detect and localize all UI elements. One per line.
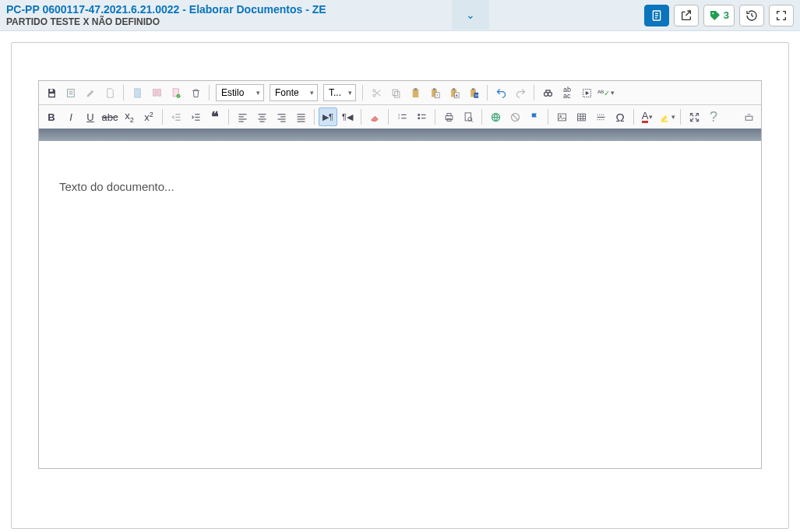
ltr-icon: ▶¶ [322, 112, 333, 122]
template-button[interactable] [128, 83, 146, 102]
numbered-list-button[interactable]: 12 [393, 107, 411, 126]
svg-point-33 [548, 92, 552, 96]
cut-button[interactable] [367, 83, 386, 102]
history-button[interactable] [739, 5, 764, 26]
style-combo[interactable]: Estilo [216, 84, 264, 101]
book-button[interactable] [147, 83, 166, 102]
fullscreen-icon [775, 9, 788, 22]
svg-rect-19 [414, 88, 417, 90]
trash-button[interactable] [186, 83, 205, 102]
clipboard-text-icon: T [429, 87, 441, 99]
new-doc-button[interactable] [62, 83, 80, 102]
outdent-button[interactable] [167, 107, 185, 126]
rtl-button[interactable]: ¶◀ [338, 107, 357, 126]
undo-icon [495, 87, 507, 99]
font-combo[interactable]: Fonte [270, 84, 318, 101]
hr-button[interactable] [591, 107, 610, 126]
autos-button[interactable] [644, 5, 669, 26]
blockquote-button[interactable]: ❝ [206, 107, 224, 126]
clear-format-button[interactable] [365, 107, 384, 126]
align-center-button[interactable] [252, 107, 271, 126]
doc-check-icon [171, 87, 182, 99]
italic-button[interactable]: I [62, 107, 80, 126]
separator [123, 85, 124, 100]
tag-icon [709, 9, 721, 22]
process-title[interactable]: PC-PP 0600117-47.2021.6.21.0022 - Elabor… [6, 3, 644, 16]
svg-point-4 [712, 12, 714, 14]
expand-toggle[interactable]: ⌄ [452, 0, 489, 30]
paste-text-button[interactable]: T [425, 83, 444, 102]
binoculars-icon [542, 87, 554, 99]
svg-rect-21 [433, 88, 435, 90]
paste-button[interactable] [406, 83, 425, 102]
svg-text:A: A [455, 93, 457, 97]
svg-point-14 [372, 94, 375, 97]
printer-icon [443, 111, 455, 123]
tag-button[interactable]: 3 [703, 5, 735, 26]
svg-rect-74 [577, 114, 585, 121]
paste-word-button[interactable]: W [464, 83, 483, 102]
preview-icon [463, 111, 474, 123]
editor-band [39, 129, 761, 141]
header-actions: 3 [644, 3, 794, 27]
superscript-icon: x2 [144, 111, 153, 123]
doc-ok-button[interactable] [167, 83, 185, 102]
doc-icon [104, 87, 116, 99]
separator [534, 85, 534, 100]
bullet-list-button[interactable] [412, 107, 431, 126]
svg-rect-5 [50, 89, 53, 91]
bold-button[interactable]: B [42, 107, 61, 126]
separator [388, 109, 389, 125]
svg-rect-18 [412, 89, 418, 97]
table-button[interactable] [572, 107, 590, 126]
align-right-button[interactable] [272, 107, 291, 126]
ltr-button[interactable]: ▶¶ [319, 107, 337, 126]
bold-icon: B [48, 111, 55, 123]
select-all-button[interactable] [577, 83, 596, 102]
bg-color-button[interactable]: ▾ [657, 107, 676, 126]
redo-button[interactable] [511, 83, 530, 102]
superscript-button[interactable]: x2 [139, 107, 158, 126]
collapse-toolbar-button[interactable] [739, 107, 758, 126]
subscript-button[interactable]: x2 [120, 107, 139, 126]
align-left-button[interactable] [233, 107, 252, 126]
save-button[interactable] [42, 83, 61, 102]
strikethrough-button[interactable]: abc [100, 107, 119, 126]
link-button[interactable] [486, 107, 505, 126]
hr-icon [595, 111, 607, 123]
anchor-button[interactable] [525, 107, 544, 126]
svg-point-15 [372, 89, 375, 91]
indent-button[interactable] [186, 107, 205, 126]
document-area[interactable]: Texto do documento... [39, 141, 761, 468]
share-button[interactable] [674, 5, 699, 26]
spellcheck-button[interactable]: ᴬᴮ✓▾ [597, 83, 615, 102]
svg-rect-11 [134, 88, 140, 97]
fullscreen-button[interactable] [769, 5, 794, 26]
ckeditor: Estilo Fonte T... T A W abac ᴬᴮ✓▾ B I U … [38, 80, 762, 469]
preview-button[interactable] [459, 107, 478, 126]
new-doc-icon [65, 87, 77, 99]
sign-button[interactable] [81, 83, 100, 102]
help-button[interactable]: ? [704, 107, 723, 126]
copy-button[interactable] [386, 83, 405, 102]
print-button[interactable] [439, 107, 458, 126]
size-combo[interactable]: T... [323, 84, 356, 101]
doc-button[interactable] [100, 83, 119, 102]
paste-plain-button[interactable]: A [445, 83, 463, 102]
clipboard-icon [410, 87, 421, 99]
svg-point-62 [418, 117, 419, 118]
find-button[interactable] [538, 83, 557, 102]
unlink-button[interactable] [506, 107, 524, 126]
underline-button[interactable]: U [81, 107, 100, 126]
replace-button[interactable]: abac [558, 83, 576, 102]
flag-icon [529, 111, 541, 123]
align-right-icon [276, 111, 287, 123]
special-char-button[interactable]: Ω [611, 107, 629, 126]
undo-button[interactable] [492, 83, 510, 102]
image-button[interactable] [552, 107, 571, 126]
align-justify-button[interactable] [291, 107, 310, 126]
svg-rect-66 [447, 113, 451, 115]
clipboard-a-icon: A [449, 87, 460, 99]
text-color-button[interactable]: A▾ [638, 107, 657, 126]
maximize-button[interactable] [685, 107, 703, 126]
